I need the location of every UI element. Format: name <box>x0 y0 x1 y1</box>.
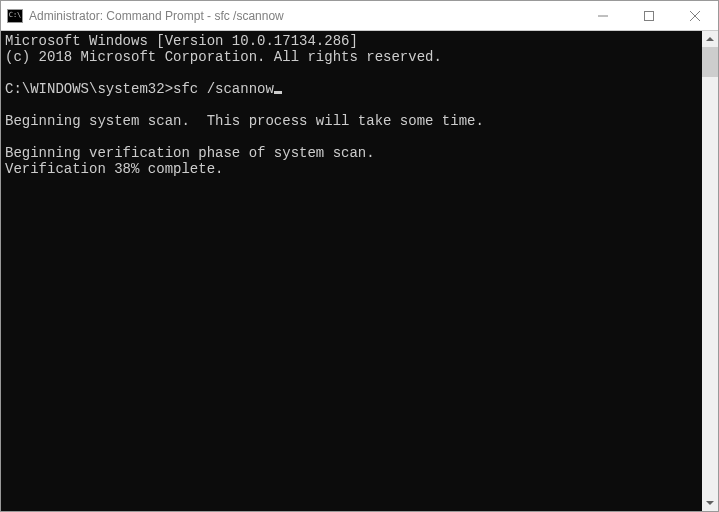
scroll-up-button[interactable] <box>702 31 718 47</box>
scan-begin-line: Beginning system scan. This process will… <box>5 113 484 129</box>
svg-marker-5 <box>706 501 714 505</box>
window-titlebar: C:\ Administrator: Command Prompt - sfc … <box>1 1 718 31</box>
copyright-line: (c) 2018 Microsoft Corporation. All righ… <box>5 49 442 65</box>
verification-progress-line: Verification 38% complete. <box>5 161 223 177</box>
scrollbar-thumb[interactable] <box>702 47 718 77</box>
maximize-button[interactable] <box>626 1 672 30</box>
svg-marker-4 <box>706 37 714 41</box>
console-area[interactable]: Microsoft Windows [Version 10.0.17134.28… <box>1 31 718 511</box>
svg-rect-1 <box>645 11 654 20</box>
console-output: Microsoft Windows [Version 10.0.17134.28… <box>1 31 702 511</box>
command-text: sfc /scannow <box>173 81 274 97</box>
cmd-icon: C:\ <box>7 9 23 23</box>
scroll-down-button[interactable] <box>702 495 718 511</box>
vertical-scrollbar[interactable] <box>702 31 718 511</box>
verification-phase-line: Beginning verification phase of system s… <box>5 145 375 161</box>
cmd-icon-text: C:\ <box>9 12 22 19</box>
prompt-text: C:\WINDOWS\system32> <box>5 81 173 97</box>
window-controls <box>580 1 718 30</box>
minimize-button[interactable] <box>580 1 626 30</box>
window-title: Administrator: Command Prompt - sfc /sca… <box>29 9 580 23</box>
cursor-icon <box>274 91 282 94</box>
close-button[interactable] <box>672 1 718 30</box>
version-line: Microsoft Windows [Version 10.0.17134.28… <box>5 33 358 49</box>
